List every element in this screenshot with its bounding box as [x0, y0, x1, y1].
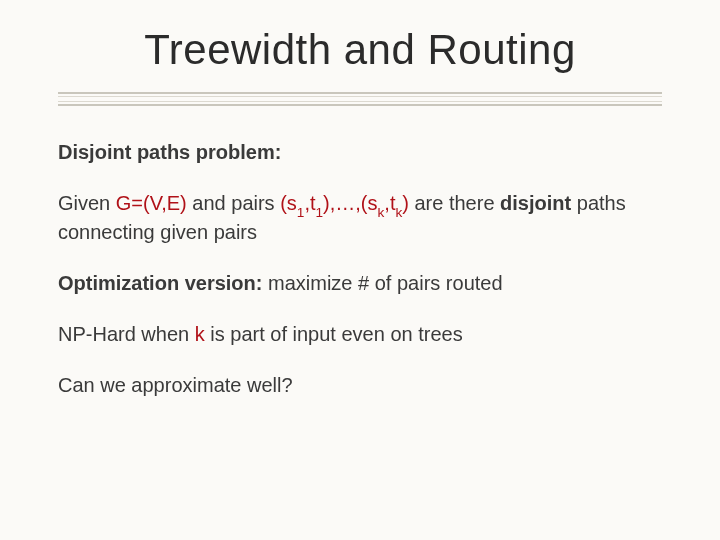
problem-heading-text: Disjoint paths problem:	[58, 141, 281, 163]
np-hard-line: NP-Hard when k is part of input even on …	[58, 322, 662, 347]
text: and pairs	[187, 192, 280, 214]
optimization-rest: maximize # of pairs routed	[262, 272, 502, 294]
text: Can we approximate well?	[58, 374, 293, 396]
text: are there	[409, 192, 500, 214]
text: (s	[280, 192, 297, 214]
text: is part of input even on trees	[205, 323, 463, 345]
text: NP-Hard when	[58, 323, 195, 345]
approx-question: Can we approximate well?	[58, 373, 662, 398]
optimization-line: Optimization version: maximize # of pair…	[58, 271, 662, 296]
subscript: k	[378, 205, 385, 220]
pairs: (s1,t1),…,(sk,tk)	[280, 192, 409, 214]
text: ,t	[384, 192, 395, 214]
k-var: k	[195, 323, 205, 345]
title-divider	[58, 92, 662, 106]
subscript: 1	[316, 205, 324, 220]
slide: Treewidth and Routing Disjoint paths pro…	[0, 0, 720, 540]
slide-title: Treewidth and Routing	[58, 26, 662, 74]
title-divider-inner	[58, 96, 662, 102]
problem-statement: Given G=(V,E) and pairs (s1,t1),…,(sk,tk…	[58, 191, 662, 245]
text: ,t	[304, 192, 315, 214]
optimization-label: Optimization version:	[58, 272, 262, 294]
slide-body: Disjoint paths problem: Given G=(V,E) an…	[58, 140, 662, 398]
graph-def: G=(V,E)	[116, 192, 187, 214]
subscript: 1	[297, 205, 305, 220]
text: Given	[58, 192, 116, 214]
text: )	[402, 192, 409, 214]
text: ),…,(s	[323, 192, 377, 214]
problem-heading: Disjoint paths problem:	[58, 140, 662, 165]
subscript: k	[395, 205, 402, 220]
disjoint-word: disjoint	[500, 192, 571, 214]
